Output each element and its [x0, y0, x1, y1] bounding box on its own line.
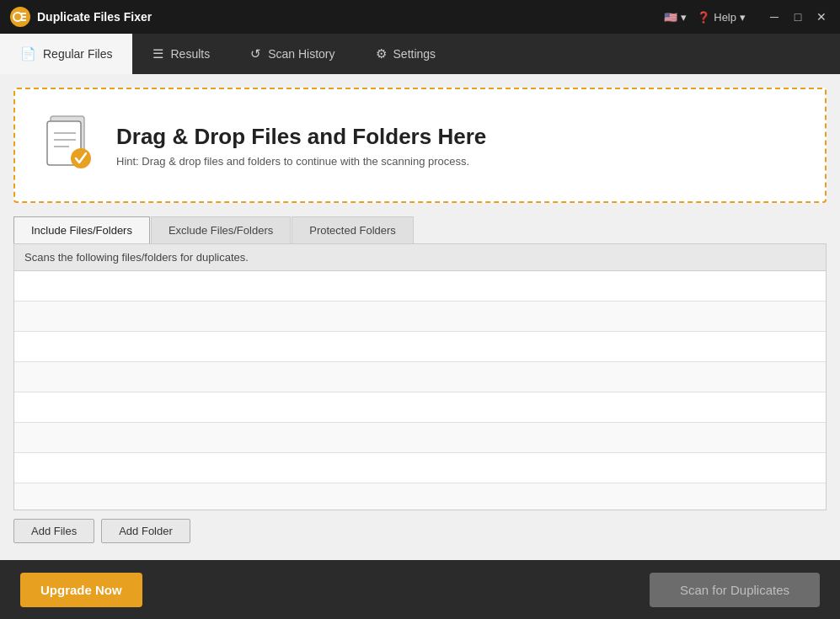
file-list-rows	[14, 271, 826, 510]
tab-scan-history-label: Scan History	[268, 47, 334, 61]
table-row	[14, 362, 826, 392]
app-icon	[10, 7, 30, 27]
add-folder-button[interactable]: Add Folder	[101, 519, 190, 543]
tab-settings-label: Settings	[393, 47, 436, 61]
table-row	[14, 453, 826, 483]
sub-tab-include[interactable]: Include Files/Folders	[13, 216, 150, 243]
help-circle-icon: ❓	[697, 11, 710, 24]
file-list-panel: Scans the following files/folders for du…	[13, 243, 827, 510]
main-content: Drag & Drop Files and Folders Here Hint:…	[0, 74, 840, 560]
app-title: Duplicate Files Fixer	[37, 10, 152, 24]
help-arrow: ▾	[740, 11, 746, 24]
maximize-button[interactable]: □	[789, 8, 806, 25]
drag-drop-hint: Hint: Drag & drop files and folders to c…	[116, 155, 486, 168]
tab-scan-history[interactable]: ↺ Scan History	[230, 34, 355, 74]
sub-tab-exclude[interactable]: Exclude Files/Folders	[151, 216, 291, 243]
lang-arrow: ▾	[681, 11, 687, 24]
sub-tab-include-label: Include Files/Folders	[31, 224, 132, 237]
table-row	[14, 423, 826, 453]
help-button[interactable]: ❓ Help ▾	[697, 11, 746, 24]
table-row	[14, 271, 826, 301]
tab-bar: 📄 Regular Files ☰ Results ↺ Scan History…	[0, 34, 840, 74]
sub-tab-protected[interactable]: Protected Folders	[292, 216, 414, 243]
tab-settings[interactable]: ⚙ Settings	[356, 34, 457, 74]
drag-drop-title: Drag & Drop Files and Folders Here	[116, 124, 486, 150]
file-actions: Add Files Add Folder	[13, 510, 827, 547]
title-bar-left: Duplicate Files Fixer	[10, 7, 664, 27]
table-row	[14, 301, 826, 332]
tab-regular-files[interactable]: 📄 Regular Files	[0, 34, 132, 74]
tab-results-label: Results	[170, 47, 210, 61]
language-button[interactable]: 🇺🇸 ▾	[664, 11, 687, 24]
flag-icon: 🇺🇸	[664, 11, 677, 24]
tab-results[interactable]: ☰ Results	[132, 34, 230, 74]
table-row	[14, 392, 826, 423]
drag-drop-area[interactable]: Drag & Drop Files and Folders Here Hint:…	[13, 88, 827, 203]
minimize-button[interactable]: ─	[766, 8, 783, 25]
svg-point-13	[71, 148, 91, 168]
drag-drop-text: Drag & Drop Files and Folders Here Hint:…	[116, 124, 486, 168]
list-icon: ☰	[152, 46, 163, 61]
scan-button[interactable]: Scan for Duplicates	[650, 573, 820, 607]
drag-drop-icon	[42, 109, 96, 181]
bottom-bar: Upgrade Now Scan for Duplicates	[0, 560, 840, 619]
close-button[interactable]: ✕	[813, 8, 830, 25]
sub-tabs: Include Files/Folders Exclude Files/Fold…	[13, 216, 827, 243]
tab-regular-files-label: Regular Files	[43, 47, 112, 61]
sub-tab-exclude-label: Exclude Files/Folders	[169, 224, 273, 237]
window-controls: ─ □ ✕	[766, 8, 830, 25]
add-files-button[interactable]: Add Files	[13, 519, 94, 543]
gear-icon: ⚙	[376, 46, 387, 61]
title-bar-right: 🇺🇸 ▾ ❓ Help ▾ ─ □ ✕	[664, 8, 830, 25]
table-row	[14, 483, 826, 510]
history-icon: ↺	[250, 46, 261, 61]
file-icon: 📄	[20, 46, 36, 61]
sub-tab-protected-label: Protected Folders	[309, 224, 396, 237]
title-bar: Duplicate Files Fixer 🇺🇸 ▾ ❓ Help ▾ ─ □ …	[0, 0, 840, 34]
table-row	[14, 332, 826, 362]
file-list-header: Scans the following files/folders for du…	[14, 244, 826, 271]
upgrade-button[interactable]: Upgrade Now	[20, 573, 142, 607]
help-label: Help	[714, 11, 736, 24]
